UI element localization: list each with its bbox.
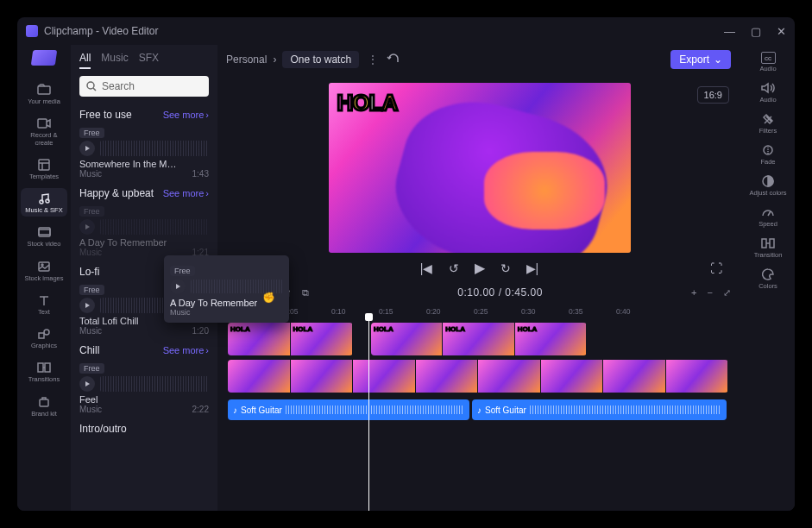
rail-graphics[interactable]: Graphics — [21, 324, 67, 352]
transition-icon — [760, 236, 776, 250]
clip-hola-1[interactable]: HOLAHOLA — [228, 323, 353, 355]
zoom-out-icon[interactable]: − — [708, 287, 713, 298]
svg-point-3 — [40, 200, 43, 204]
search-input[interactable]: Search — [79, 76, 209, 97]
graphics-icon — [36, 326, 52, 342]
play-button[interactable] — [79, 141, 95, 156]
section-free-title: Free to use — [79, 109, 132, 121]
skip-start-icon[interactable]: |◀ — [420, 261, 433, 275]
section-happy-title: Happy & upbeat — [79, 187, 154, 199]
colors-icon — [760, 267, 776, 281]
svg-point-10 — [44, 330, 49, 335]
clip-audio-2[interactable]: ♪Soft Guitar — [472, 399, 727, 420]
svg-point-14 — [87, 82, 94, 89]
library-tabs: All Music SFX — [79, 52, 209, 69]
minimize-button[interactable]: — — [724, 25, 735, 38]
svg-rect-0 — [38, 86, 50, 94]
stock-video-icon — [36, 224, 52, 240]
play-button[interactable] — [79, 219, 95, 235]
rewind-icon[interactable]: ↺ — [449, 261, 459, 275]
badge-free: Free — [79, 285, 104, 295]
rail-stock-video[interactable]: Stock video — [21, 222, 67, 250]
rail-your-media[interactable]: Your media — [21, 79, 67, 108]
tab-music[interactable]: Music — [101, 52, 128, 69]
rail-templates[interactable]: Templates — [21, 154, 67, 183]
breadcrumb-root[interactable]: Personal — [226, 53, 267, 66]
svg-rect-9 — [39, 333, 44, 338]
track-free[interactable]: Free Somewhere In the Mountain... Music1… — [79, 126, 209, 179]
svg-rect-13 — [40, 399, 48, 406]
prop-transition[interactable]: Transition — [754, 236, 783, 259]
play-button[interactable] — [79, 298, 95, 313]
svg-rect-1 — [38, 119, 47, 128]
timecode: 0:10.00 / 0:45.00 — [457, 286, 543, 299]
badge-free: Free — [79, 363, 104, 374]
zoom-fit-icon[interactable]: ⤢ — [723, 287, 731, 299]
window-controls: — ▢ ✕ — [724, 25, 786, 38]
rail-text[interactable]: Text — [21, 290, 67, 318]
section-chill-title: Chill — [79, 344, 99, 356]
search-icon — [86, 81, 97, 91]
speaker-icon — [760, 81, 776, 95]
badge-free: Free — [79, 128, 104, 138]
playback-controls: |◀ ↺ ▶ ↻ ▶| ⛶ — [217, 253, 741, 281]
prop-audio[interactable]: Audio — [759, 81, 776, 104]
zoom-in-icon[interactable]: + — [691, 287, 696, 298]
fade-icon — [760, 143, 776, 157]
chevron-down-icon: ⌄ — [714, 53, 722, 66]
maximize-button[interactable]: ▢ — [751, 25, 761, 38]
more-menu-icon[interactable]: ⋮ — [368, 53, 378, 66]
play-button[interactable] — [79, 376, 95, 392]
track-happy[interactable]: Free A Day To Remember Music1:21 — [79, 204, 209, 257]
rail-music-sfx[interactable]: Music & SFX — [21, 188, 67, 217]
rail-record-create[interactable]: Record & create — [21, 113, 67, 149]
preview-canvas[interactable]: HOLA — [329, 83, 631, 253]
svg-point-8 — [41, 264, 43, 266]
see-more-happy[interactable]: See more › — [163, 188, 209, 198]
clip-audio-1[interactable]: ♪Soft Guitar — [228, 399, 469, 420]
brand-kit-icon — [36, 394, 52, 410]
forward-icon[interactable]: ↻ — [500, 261, 511, 275]
svg-rect-17 — [762, 239, 766, 248]
breadcrumb-current[interactable]: One to watch — [282, 51, 359, 68]
timeline-ruler[interactable]: 0:000:050:100:150:200:250:300:350:40 — [217, 304, 741, 319]
window-title: Clipchamp - Video Editor — [44, 25, 159, 37]
svg-rect-12 — [45, 363, 50, 372]
rail-transitions[interactable]: Transitions — [21, 357, 67, 386]
prop-speed[interactable]: Speed — [758, 205, 777, 228]
clip-hola-2[interactable]: HOLAHOLAHOLA — [371, 323, 587, 355]
tab-sfx[interactable]: SFX — [139, 52, 159, 69]
playhead[interactable] — [368, 319, 369, 511]
drag-preview-card[interactable]: Free A Day To Remember Music — [164, 255, 289, 323]
undo-icon[interactable] — [387, 53, 400, 67]
svg-rect-18 — [770, 239, 774, 248]
rail-stock-images[interactable]: Stock images — [21, 256, 67, 285]
see-more-free[interactable]: See more › — [163, 110, 209, 120]
duplicate-icon[interactable]: ⧉ — [302, 287, 309, 299]
tab-all[interactable]: All — [79, 52, 91, 69]
section-lofi-title: Lo-fi — [79, 266, 99, 278]
svg-rect-11 — [38, 363, 43, 372]
play-button[interactable] — [170, 279, 186, 294]
track-chill[interactable]: Free Feel Music2:22 — [79, 361, 209, 414]
rail-brand-kit[interactable]: Brand kit — [21, 392, 67, 420]
svg-rect-2 — [39, 160, 49, 170]
see-more-chill[interactable]: See more › — [163, 345, 209, 355]
music-note-icon: ♪ — [477, 405, 482, 415]
fullscreen-icon[interactable]: ⛶ — [710, 261, 722, 275]
prop-fade[interactable]: Fade — [760, 143, 776, 166]
clip-video[interactable] — [228, 360, 728, 393]
prop-adjust-colors[interactable]: Adjust colors — [750, 174, 787, 197]
prop-cc[interactable]: ccAudio — [759, 52, 776, 72]
prop-filters[interactable]: Filters — [759, 112, 777, 135]
prop-colors[interactable]: Colors — [758, 267, 777, 290]
skip-end-icon[interactable]: ▶| — [526, 261, 539, 275]
timeline[interactable]: HOLAHOLA HOLAHOLAHOLA ♪Soft Guitar ♪Soft… — [217, 319, 741, 511]
play-icon[interactable]: ▶ — [475, 260, 485, 276]
breadcrumb: Personal › One to watch — [226, 51, 359, 68]
close-button[interactable]: ✕ — [777, 25, 786, 38]
brand-logo-icon — [31, 50, 58, 66]
app-logo-icon — [26, 25, 38, 37]
export-button[interactable]: Export⌄ — [670, 50, 731, 69]
waveform-icon — [100, 376, 209, 392]
